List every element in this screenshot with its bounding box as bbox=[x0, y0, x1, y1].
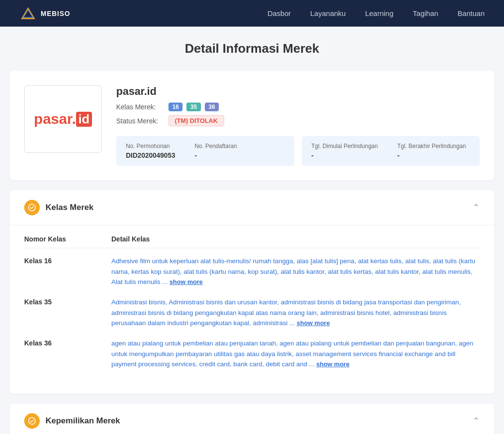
no-pendaftaran-label: No. Pendaftaran bbox=[195, 143, 237, 150]
kepemilikan-header: Kepemilikan Merek ⌃ bbox=[10, 404, 494, 434]
navbar: MEBISO Dasbor Layananku Learning Tagihan… bbox=[0, 0, 504, 27]
kelas-16-detail: Adhesive film untuk keperluan alat tulis… bbox=[111, 256, 480, 287]
kelas-36-detail: agen atau pialang untuk pembelian atau p… bbox=[111, 338, 480, 370]
kelas-35-label: Kelas 35 bbox=[24, 297, 111, 306]
no-pendaftaran: No. Pendaftaran - bbox=[195, 143, 237, 159]
navbar-nav: Dasbor Layananku Learning Tagihan Bantua… bbox=[267, 9, 485, 17]
info-box-perlindungan: Tgl. Dimulai Perlindungan - Tgl. Berakhi… bbox=[302, 136, 480, 166]
nav-bantuan[interactable]: Bantuan bbox=[458, 9, 485, 17]
no-pendaftaran-value: - bbox=[195, 151, 237, 159]
kelas-badge-35: 35 bbox=[186, 103, 200, 111]
kelas-label: Kelas Merek: bbox=[116, 103, 165, 111]
col-nomor-header: Nomor Kelas bbox=[24, 235, 111, 243]
info-boxes: No. Permohonan DID2020049053 No. Pendaft… bbox=[116, 136, 480, 166]
kepemilikan-chevron[interactable]: ⌃ bbox=[473, 416, 480, 426]
status-merek-row: Status Merek: (TM) DITOLAK bbox=[116, 115, 480, 126]
no-permohonan: No. Permohonan DID2020049053 bbox=[126, 143, 175, 159]
kepemilikan-section: Kepemilikan Merek ⌃ Nama Pemilik PT BANK… bbox=[10, 404, 494, 434]
kelas-35-detail: Administrasi bisnis, Administrasi bisnis… bbox=[111, 297, 480, 329]
kelas-merek-body: Nomor Kelas Detail Kelas Kelas 16 Adhesi… bbox=[10, 225, 494, 394]
tgl-mulai-label: Tgl. Dimulai Perlindungan bbox=[311, 143, 378, 150]
no-permohonan-label: No. Permohonan bbox=[126, 143, 175, 150]
brand-logo: pasar.id bbox=[34, 111, 92, 127]
kelas-16-text: Adhesive film untuk keperluan alat tulis… bbox=[111, 257, 475, 285]
kelas-36-text: agen atau pialang untuk pembelian atau p… bbox=[111, 340, 473, 368]
no-permohonan-value: DID2020049053 bbox=[126, 151, 175, 159]
tgl-berakhir-label: Tgl. Berakhir Perlindungan bbox=[397, 143, 466, 150]
logo: MEBISO bbox=[19, 5, 70, 22]
kelas-35-show-more[interactable]: show more bbox=[297, 319, 330, 327]
kelas-table-header: Nomor Kelas Detail Kelas bbox=[24, 235, 480, 248]
tgl-mulai: Tgl. Dimulai Perlindungan - bbox=[311, 143, 378, 159]
nav-tagihan[interactable]: Tagihan bbox=[413, 9, 439, 17]
kelas-merek-header: Kelas Merek ⌃ bbox=[10, 190, 494, 225]
tgl-berakhir: Tgl. Berakhir Perlindungan - bbox=[397, 143, 466, 159]
page-content: Detail Informasi Merek pasar.id pasar.id… bbox=[0, 27, 504, 434]
kelas-merek-header-left: Kelas Merek bbox=[24, 200, 93, 215]
kelas-36-label: Kelas 36 bbox=[24, 338, 111, 347]
status-label: Status Merek: bbox=[116, 117, 165, 125]
kepemilikan-icon bbox=[24, 413, 40, 429]
nav-learning[interactable]: Learning bbox=[365, 9, 393, 17]
nav-layananku[interactable]: Layananku bbox=[310, 9, 346, 17]
kelas-35-row: Kelas 35 Administrasi bisnis, Administra… bbox=[24, 297, 480, 329]
kelas-35-text: Administrasi bisnis, Administrasi bisnis… bbox=[111, 299, 461, 327]
info-box-row: No. Permohonan DID2020049053 No. Pendaft… bbox=[126, 143, 285, 159]
tgl-berakhir-value: - bbox=[397, 151, 466, 159]
info-box-permohonan: No. Permohonan DID2020049053 No. Pendaft… bbox=[116, 136, 294, 166]
col-detail-header: Detail Kelas bbox=[111, 235, 480, 243]
kepemilikan-header-left: Kepemilikan Merek bbox=[24, 413, 120, 429]
brand-logo-box: pasar.id bbox=[24, 85, 102, 153]
kelas-badge-16: 16 bbox=[168, 103, 183, 111]
brand-info-card: pasar.id pasar.id Kelas Merek: 16 35 36 … bbox=[10, 71, 494, 180]
kelas-merek-chevron[interactable]: ⌃ bbox=[473, 202, 480, 213]
kelas-merek-row: Kelas Merek: 16 35 36 bbox=[116, 103, 480, 111]
tgl-mulai-value: - bbox=[311, 151, 378, 159]
kelas-merek-section: Kelas Merek ⌃ Nomor Kelas Detail Kelas K… bbox=[10, 190, 494, 394]
status-badge: (TM) DITOLAK bbox=[168, 115, 224, 126]
kelas-badge-36: 36 bbox=[205, 103, 219, 111]
logo-icon bbox=[19, 5, 37, 22]
info-box-perlindungan-row: Tgl. Dimulai Perlindungan - Tgl. Berakhi… bbox=[311, 143, 470, 159]
brand-info: pasar.id pasar.id Kelas Merek: 16 35 36 … bbox=[24, 85, 480, 166]
kepemilikan-title: Kepemilikan Merek bbox=[46, 416, 120, 426]
kelas-36-show-more[interactable]: show more bbox=[316, 360, 350, 368]
page-title: Detail Informasi Merek bbox=[10, 41, 494, 56]
kelas-16-row: Kelas 16 Adhesive film untuk keperluan a… bbox=[24, 256, 480, 287]
nav-dasbor[interactable]: Dasbor bbox=[267, 9, 290, 17]
logo-text: MEBISO bbox=[41, 10, 70, 17]
kelas-16-label: Kelas 16 bbox=[24, 256, 111, 265]
kelas-merek-title: Kelas Merek bbox=[46, 203, 93, 212]
kelas-merek-icon bbox=[24, 200, 40, 215]
kelas-36-row: Kelas 36 agen atau pialang untuk pembeli… bbox=[24, 338, 480, 370]
brand-name: pasar.id bbox=[116, 85, 480, 98]
brand-details: pasar.id Kelas Merek: 16 35 36 Status Me… bbox=[116, 85, 480, 166]
kelas-16-show-more[interactable]: show more bbox=[169, 278, 203, 285]
